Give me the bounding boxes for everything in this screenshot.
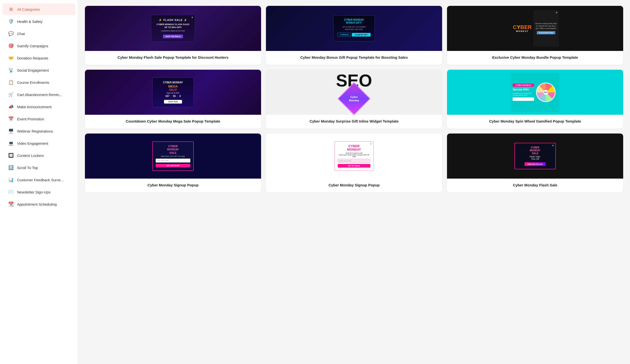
popup-save: Save Up To 60%	[156, 92, 190, 94]
sidebar-item-cart[interactable]: 🛒 Cart Abandonment Remin...	[2, 89, 76, 100]
close-icon: ✕	[370, 143, 372, 145]
promo-code: CYBER20	[338, 33, 351, 37]
template-card[interactable]: Cyber Monday MEGA SALE! Save Up To 60% 1…	[85, 70, 261, 129]
popup-right: Discover exciting bundle deals for a lim…	[534, 10, 559, 47]
email-placeholder: Enter your email	[157, 160, 168, 161]
popup-left: CYBER MONDAY	[512, 10, 534, 47]
webinar-icon: 🖥️	[8, 128, 14, 134]
card-preview: CYBER MONDAYBONUS GIFT! GET A FREE GIFT …	[266, 6, 442, 51]
sidebar-item-chat[interactable]: 💬 Chat	[2, 28, 76, 39]
card-preview: ✕ CYBERMONDAYSALE Flash Sale:70% Off Cla…	[447, 134, 623, 179]
popup-subtext: Wait! Extra 10% Off If You Stay!	[156, 156, 190, 157]
popup-subtext: Only 50 Coupons Left!Enter your email & …	[338, 152, 370, 157]
popup-button: Claim My Discount	[524, 162, 546, 166]
sidebar-item-scroll[interactable]: ⬆️ Scroll To Top	[2, 162, 76, 174]
scroll-icon: ⬆️	[8, 165, 14, 170]
health-safety-icon: 🛡️	[8, 19, 14, 24]
email-input-preview	[513, 97, 534, 101]
sidebar-item-label: Make Announcement	[17, 105, 52, 109]
template-card[interactable]: CYBER MONDAY Special Offer Experience ep…	[447, 70, 623, 129]
card-preview: Cyber Monday MEGA SALE! Save Up To 60% 1…	[85, 70, 261, 115]
spin-button: Spin	[544, 90, 548, 95]
email-box: Enter your email	[156, 159, 190, 163]
popup-subtext: GET A FREE GIFT ON ORDERSABOVE $50! USE …	[336, 26, 372, 30]
popup-preview: ✕ CYBERMONDAY Only 50 Coupons Left!Enter…	[334, 141, 374, 171]
popup-headline: Cyber Monday	[156, 81, 190, 84]
sidebar-item-appointment[interactable]: 📆 Appointment Scheduling	[2, 198, 76, 210]
sidebar-item-feedback[interactable]: 📊 Customer Feedback Surve...	[2, 174, 76, 186]
popup-button: CLAIM MY GIFT	[352, 33, 370, 36]
sidebar-item-course[interactable]: 📋 Course Enrollments	[2, 76, 76, 88]
sidebar-item-label: Chat	[17, 32, 25, 36]
offer-text: Special Offer	[513, 88, 534, 91]
popup-preview: ✕ ⚡ FLASH SALE ⚡ CYBER MONDAY FLASH SALE…	[151, 15, 195, 42]
wheel-container: Spin	[536, 83, 560, 102]
sub-text: Experience epic savings with one spin an…	[513, 92, 534, 96]
sidebar-item-content[interactable]: 🔲 Content Lockers	[2, 150, 76, 161]
sidebar-item-health-safety[interactable]: 🛡️ Health & Safety	[2, 15, 76, 27]
flash-badge: ⚡ FLASH SALE ⚡	[154, 18, 192, 22]
popup-preview: CYBERMONDAYSALE Wait! Extra 10% Off If Y…	[152, 141, 194, 171]
template-card[interactable]: ✕ CYBERMONDAYSALE Flash Sale:70% Off Cla…	[447, 134, 623, 192]
template-card[interactable]: ✕ CYBER MONDAY Discover exciting bundle …	[447, 6, 623, 65]
sidebar-item-label: Webinar Registrations	[17, 129, 53, 133]
newsletter-icon: ✉️	[8, 189, 14, 195]
card-preview: ✕ ⚡ FLASH SALE ⚡ CYBER MONDAY FLASH SALE…	[85, 6, 261, 51]
timer-hours: 167	[166, 95, 170, 97]
popup-preview: CYBER MONDAYBONUS GIFT! GET A FREE GIFT …	[333, 15, 375, 41]
sidebar-item-label: Donation Requests	[17, 56, 48, 60]
close-icon: ✕	[556, 11, 558, 14]
sidebar-item-label: Scroll To Top	[17, 166, 38, 170]
template-card[interactable]: ✕ ⚡ FLASH SALE ⚡ CYBER MONDAY FLASH SALE…	[85, 6, 261, 65]
timer-secs: 4	[179, 95, 181, 97]
donation-icon: 🤝	[8, 55, 14, 61]
sidebar-item-gamify[interactable]: 🎯 Gamify Campaigns	[2, 40, 76, 52]
sidebar-item-label: Video Engagement	[17, 141, 48, 146]
template-card[interactable]: CYBERMONDAYSALE Wait! Extra 10% Off If Y…	[85, 134, 261, 192]
sidebar-item-label: Social Engagement	[17, 68, 49, 72]
template-card[interactable]: CYBER MONDAYBONUS GIFT! GET A FREE GIFT …	[266, 6, 442, 65]
sidebar-item-donation[interactable]: 🤝 Donation Requests	[2, 52, 76, 64]
popup-button: Shop the Deals	[163, 35, 183, 38]
template-card[interactable]: SEO CyberMonday Cyber Monday Surprise Gi…	[266, 70, 442, 129]
popup-headline: CYBER MONDAYBONUS GIFT!	[336, 18, 372, 24]
sidebar-item-social[interactable]: 📡 Social Engagement	[2, 64, 76, 76]
email-placeholder: Enter your email	[340, 160, 351, 162]
sidebar-item-all-categories[interactable]: ⊞ All Categories	[2, 3, 76, 15]
sidebar-item-label: Newsletter Sign-Ups	[17, 190, 50, 194]
card-title: Cyber Monday Flash Sale Popup Template f…	[85, 51, 261, 65]
popup-subtext: Limited-time deals are live now!	[154, 30, 192, 32]
sidebar-item-label: Health & Safety	[17, 19, 42, 24]
email-box: Enter your email	[338, 159, 370, 163]
video-icon: 💻	[8, 141, 14, 146]
close-icon: ✕	[552, 144, 554, 147]
spin-wheel: Spin	[536, 83, 556, 102]
content-icon: 🔲	[8, 153, 14, 158]
sidebar-item-label: Content Lockers	[17, 154, 44, 158]
popup-preview: ✕ CYBERMONDAYSALE Flash Sale:70% Off Cla…	[514, 143, 556, 169]
popup-button: Shop Bundle Deals	[537, 31, 555, 34]
close-icon: ✕	[191, 16, 193, 19]
main-content: ✕ ⚡ FLASH SALE ⚡ CYBER MONDAY FLASH SALE…	[78, 0, 630, 364]
card-preview: CYBERMONDAYSALE Wait! Extra 10% Off If Y…	[85, 134, 261, 179]
sidebar-item-video[interactable]: 💻 Video Engagement	[2, 137, 76, 149]
card-title: Cyber Monday Surprise Gift Inline Widget…	[266, 115, 442, 129]
sidebar-item-newsletter[interactable]: ✉️ Newsletter Sign-Ups	[2, 186, 76, 198]
popup-preview: ✕ CYBER MONDAY Discover exciting bundle …	[512, 10, 559, 47]
feedback-icon: 📊	[8, 177, 14, 182]
sidebar-item-announcement[interactable]: 📣 Make Announcement	[2, 101, 76, 113]
popup-button: Get My email	[338, 164, 370, 168]
popup-sale: SALE!	[156, 88, 190, 91]
sidebar-item-webinar[interactable]: 🖥️ Webinar Registrations	[2, 125, 76, 137]
popup-headline: CYBERMONDAYSALE	[518, 146, 552, 155]
popup-button: SHOP NOW	[164, 100, 182, 104]
template-card[interactable]: ✕ CYBERMONDAY Only 50 Coupons Left!Enter…	[266, 134, 442, 192]
card-title: Cyber Monday Signup Popup	[85, 179, 261, 192]
all-categories-icon: ⊞	[8, 6, 14, 12]
gamify-icon: 🎯	[8, 43, 14, 48]
card-preview: CYBER MONDAY Special Offer Experience ep…	[447, 70, 623, 115]
chat-icon: 💬	[8, 31, 14, 36]
sidebar-item-event[interactable]: 📅 Event Promotion	[2, 113, 76, 125]
diamond-text: CyberMonday	[349, 95, 359, 102]
popup-preview: Cyber Monday MEGA SALE! Save Up To 60% 1…	[152, 77, 194, 107]
